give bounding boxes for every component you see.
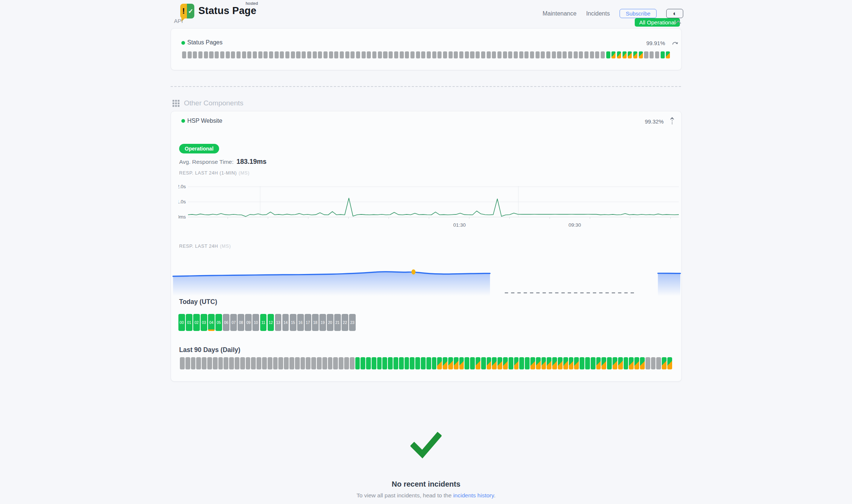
nav-maintenance[interactable]: Maintenance — [543, 10, 577, 17]
theme-toggle-button[interactable]: ◐ — [666, 9, 683, 18]
hour-block-21: 21 — [334, 314, 341, 331]
uptime-bar — [356, 51, 360, 58]
hour-block-17: 17 — [305, 314, 311, 331]
daily-bar — [667, 357, 672, 369]
no-incidents-subtitle: To view all past incidents, head to the … — [0, 492, 852, 499]
overall-status-badge[interactable]: All Operational — [635, 18, 680, 27]
daily-bar — [196, 357, 201, 369]
daily-bar — [437, 357, 442, 369]
daily-bar — [563, 357, 568, 369]
subscribe-button[interactable]: Subscribe — [620, 9, 657, 18]
uptime-bar — [568, 51, 572, 58]
uptime-bar — [296, 51, 300, 58]
uptime-bar — [524, 51, 529, 58]
refresh-icon[interactable] — [672, 41, 678, 46]
daily-bar — [596, 357, 601, 369]
daily-bar — [278, 357, 283, 369]
daily-bar — [268, 357, 272, 369]
daily-bar — [372, 357, 376, 369]
uptime-bar — [204, 51, 208, 58]
daily-bar — [640, 357, 645, 369]
uptime-percent: 99.91% — [646, 40, 665, 46]
uptime-bar — [590, 51, 594, 58]
section-title-api: API — [174, 18, 183, 24]
daily-bar — [377, 357, 382, 369]
daily-bar — [514, 357, 519, 369]
daily-bar — [246, 357, 251, 369]
uptime-bar — [285, 51, 289, 58]
daily-bar — [405, 357, 409, 369]
daily-bar — [503, 357, 508, 369]
uptime-bar — [432, 51, 436, 58]
big-check-icon — [410, 430, 442, 461]
uptime-bar — [345, 51, 349, 58]
status-dot — [181, 119, 185, 123]
daily-bar — [344, 357, 349, 369]
uptime-bar — [350, 51, 355, 58]
chart-unit: (MS) — [239, 170, 249, 176]
uptime-bar — [410, 51, 415, 58]
daily-bar — [656, 357, 661, 369]
daily-bar — [415, 357, 420, 369]
hour-block-20: 20 — [327, 314, 333, 331]
chart-title-24h: RESP. LAST 24H(MS) — [179, 244, 231, 249]
daily-bar — [552, 357, 557, 369]
status-dot — [181, 41, 185, 45]
uptime-bar — [650, 51, 654, 58]
daily-bar — [333, 357, 338, 369]
daily-bar — [421, 357, 426, 369]
uptime-bar — [226, 51, 230, 58]
daily-bar — [454, 357, 459, 369]
uptime-bar — [405, 51, 409, 58]
uptime-bar — [329, 51, 333, 58]
daily-bar — [393, 357, 398, 369]
daily-bar — [443, 357, 447, 369]
contrast-icon: ◐ — [673, 10, 677, 17]
daily-bar — [541, 357, 546, 369]
hour-block-16: 16 — [297, 314, 304, 331]
uptime-bar — [574, 51, 578, 58]
daily-bar — [256, 357, 261, 369]
brand-logo[interactable]: ! ✓ Status Page hosted — [180, 4, 256, 18]
uptime-bar — [476, 51, 480, 58]
nav-incidents[interactable]: Incidents — [586, 10, 610, 17]
daily-bar — [301, 357, 305, 369]
daily-bar — [360, 357, 365, 369]
component-name-status-pages[interactable]: Status Pages — [187, 39, 222, 46]
component-name-hsp-website[interactable]: HSP Website — [187, 118, 222, 124]
daily-bar — [629, 357, 634, 369]
section-title-text: Other Components — [184, 99, 244, 107]
uptime-bar — [449, 51, 453, 58]
uptime-bar — [443, 51, 447, 58]
uptime-bar — [334, 51, 338, 58]
daily-bar — [574, 357, 579, 369]
hour-block-06: 06 — [223, 314, 229, 331]
chevron-up-icon[interactable] — [675, 20, 681, 24]
uptime-bar — [427, 51, 431, 58]
daily-bar — [497, 357, 502, 369]
uptime-bar — [258, 51, 262, 58]
svg-text:1.0s: 1.0s — [178, 199, 186, 204]
uptime-bar — [519, 51, 523, 58]
uptime-bar — [666, 51, 670, 58]
daily-bar — [289, 357, 294, 369]
daily-bar — [492, 357, 497, 369]
daily-bar — [202, 357, 207, 369]
daily-bar — [618, 357, 623, 369]
daily-bar — [350, 357, 355, 369]
chart-title-text: RESP. LAST 24H — [179, 244, 218, 249]
uptime-bar — [633, 51, 637, 58]
incidents-history-link[interactable]: incidents history — [453, 492, 494, 498]
daily-bar — [525, 357, 530, 369]
daily-bar — [613, 357, 617, 369]
daily-bar — [388, 357, 393, 369]
uptime-bar — [313, 51, 317, 58]
uptime-bar — [193, 51, 197, 58]
hour-block-19: 19 — [319, 314, 326, 331]
daily-bar — [580, 357, 584, 369]
uptime-bar — [400, 51, 404, 58]
uptime-bar — [536, 51, 540, 58]
uptime-bar — [584, 51, 588, 58]
daily-bar — [634, 357, 639, 369]
daily-bar — [662, 357, 667, 369]
